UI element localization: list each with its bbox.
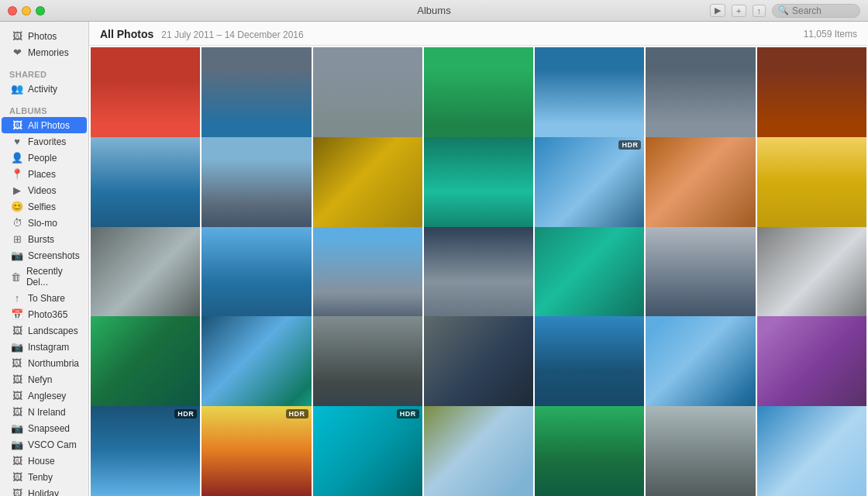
- photo365-icon: 📅: [11, 308, 23, 320]
- sidebar-item-favorites[interactable]: ♥ Favorites: [2, 133, 87, 150]
- activity-icon: 👥: [11, 83, 23, 95]
- sidebar-label-slo-mo: Slo-mo: [28, 218, 57, 229]
- app-body: 🖼 Photos ❤ Memories Shared 👥 Activity Al…: [0, 22, 868, 496]
- search-box[interactable]: 🔍: [772, 4, 860, 18]
- sidebar-item-recently-deleted[interactable]: 🗑 Recently Del...: [2, 264, 87, 290]
- sidebar-label-snapseed: Snapseed: [28, 423, 70, 434]
- hdr-badge-30: HDR: [286, 409, 308, 418]
- sidebar-item-tenby[interactable]: 🖼 Tenby: [2, 469, 87, 485]
- memories-icon: ❤: [11, 46, 23, 58]
- sidebar: 🖼 Photos ❤ Memories Shared 👥 Activity Al…: [0, 22, 89, 496]
- sidebar-item-photos-label: Photos: [28, 31, 57, 42]
- content-area: All Photos 21 July 2011 – 14 December 20…: [89, 22, 868, 496]
- sidebar-label-house: House: [28, 456, 55, 467]
- photo-grid: HDRHDRHDRHDR: [89, 46, 868, 496]
- minimize-button[interactable]: [22, 6, 31, 16]
- sidebar-item-nefyn[interactable]: 🖼 Nefyn: [2, 371, 87, 388]
- content-title: All Photos: [100, 28, 153, 40]
- sidebar-item-activity[interactable]: 👥 Activity: [2, 81, 87, 97]
- content-date-range: 21 July 2011 – 14 December 2016: [161, 29, 303, 40]
- nefyn-icon: 🖼: [11, 374, 23, 385]
- slo-mo-icon: ⏱: [11, 217, 23, 229]
- sidebar-label-tenby: Tenby: [28, 472, 53, 483]
- sidebar-label-holiday: Holiday: [28, 488, 59, 497]
- sidebar-item-snapseed[interactable]: 📷 Snapseed: [2, 420, 87, 436]
- sidebar-item-bursts[interactable]: ⊞ Bursts: [2, 231, 87, 247]
- search-input[interactable]: [792, 5, 854, 16]
- sidebar-label-recently-deleted: Recently Del...: [26, 266, 79, 288]
- sidebar-item-activity-label: Activity: [28, 84, 57, 95]
- shared-section-header: Shared: [0, 67, 88, 81]
- sidebar-item-places[interactable]: 📍 Places: [2, 166, 87, 182]
- play-button[interactable]: ▶: [710, 4, 725, 17]
- sidebar-label-people: People: [28, 153, 57, 164]
- sidebar-item-n-ireland[interactable]: 🖼 N Ireland: [2, 404, 87, 420]
- landscapes-icon: 🖼: [11, 325, 23, 336]
- maximize-button[interactable]: [36, 6, 45, 16]
- n-ireland-icon: 🖼: [11, 406, 23, 418]
- sidebar-item-vsco-cam[interactable]: 📷 VSCO Cam: [2, 436, 87, 453]
- close-button[interactable]: [8, 6, 17, 16]
- sidebar-label-northumbria: Northumbria: [28, 358, 79, 369]
- sidebar-item-videos[interactable]: ▶ Videos: [2, 182, 87, 198]
- sidebar-item-to-share[interactable]: ↑ To Share: [2, 290, 87, 306]
- photo-cell-34[interactable]: [646, 406, 755, 496]
- sidebar-label-landscapes: Landscapes: [28, 326, 78, 336]
- sidebar-item-photos[interactable]: 🖼 Photos: [2, 28, 87, 44]
- search-icon: 🔍: [778, 5, 789, 16]
- sidebar-label-videos: Videos: [28, 185, 56, 196]
- share-button[interactable]: ↑: [753, 5, 766, 17]
- content-count: 11,059 Items: [804, 29, 857, 40]
- sidebar-item-photo365[interactable]: 📅 Photo365: [2, 306, 87, 322]
- photo-cell-32[interactable]: [424, 406, 533, 496]
- holiday-icon: 🖼: [11, 487, 23, 496]
- videos-icon: ▶: [11, 184, 23, 196]
- sidebar-label-n-ireland: N Ireland: [28, 407, 66, 418]
- sidebar-item-anglesey[interactable]: 🖼 Anglesey: [2, 388, 87, 404]
- sidebar-item-all-photos[interactable]: 🖼 All Photos: [2, 117, 87, 133]
- hdr-badge-31: HDR: [397, 409, 419, 418]
- sidebar-label-photo365: Photo365: [28, 309, 67, 320]
- all-photos-icon: 🖼: [11, 119, 23, 131]
- sidebar-item-memories[interactable]: ❤ Memories: [2, 44, 87, 60]
- places-icon: 📍: [11, 168, 23, 180]
- sidebar-label-all-photos: All Photos: [28, 120, 70, 131]
- content-title-area: All Photos 21 July 2011 – 14 December 20…: [100, 28, 304, 40]
- sidebar-item-screenshots[interactable]: 📷 Screenshots: [2, 247, 87, 264]
- sidebar-item-slo-mo[interactable]: ⏱ Slo-mo: [2, 215, 87, 231]
- sidebar-item-holiday[interactable]: 🖼 Holiday: [2, 485, 87, 496]
- sidebar-item-instagram[interactable]: 📷 Instagram: [2, 339, 87, 355]
- photo-cell-35[interactable]: [757, 406, 866, 496]
- hdr-badge-29: HDR: [174, 409, 197, 418]
- sidebar-label-instagram: Instagram: [28, 342, 69, 353]
- sidebar-label-selfies: Selfies: [28, 202, 56, 212]
- sidebar-item-memories-label: Memories: [28, 47, 69, 58]
- sidebar-label-anglesey: Anglesey: [28, 391, 66, 401]
- photos-icon: 🖼: [11, 30, 23, 42]
- window-controls: [8, 6, 45, 16]
- sidebar-item-landscapes[interactable]: 🖼 Landscapes: [2, 322, 87, 339]
- photo-cell-31[interactable]: HDR: [313, 406, 422, 496]
- photo-cell-30[interactable]: HDR: [202, 406, 311, 496]
- sidebar-albums-list: 🖼 All Photos ♥ Favorites 👤 People 📍 Plac…: [0, 117, 88, 496]
- sidebar-label-vsco-cam: VSCO Cam: [28, 439, 77, 450]
- photo-cell-33[interactable]: [535, 406, 644, 496]
- people-icon: 👤: [11, 152, 23, 164]
- instagram-icon: 📷: [11, 341, 23, 353]
- sidebar-label-bursts: Bursts: [28, 234, 54, 245]
- sidebar-item-selfies[interactable]: 😊 Selfies: [2, 198, 87, 215]
- recently-deleted-icon: 🗑: [11, 271, 22, 283]
- sidebar-label-to-share: To Share: [28, 293, 65, 304]
- to-share-icon: ↑: [11, 292, 23, 304]
- northumbria-icon: 🖼: [11, 357, 23, 369]
- add-button[interactable]: +: [732, 5, 746, 17]
- sidebar-label-screenshots: Screenshots: [28, 250, 80, 261]
- bursts-icon: ⊞: [11, 233, 23, 245]
- photo-cell-29[interactable]: HDR: [91, 406, 200, 496]
- sidebar-label-places: Places: [28, 169, 56, 180]
- sidebar-label-favorites: Favorites: [28, 136, 66, 147]
- sidebar-item-house[interactable]: 🖼 House: [2, 453, 87, 469]
- titlebar: Albums ▶ + ↑ 🔍: [0, 0, 868, 22]
- sidebar-item-northumbria[interactable]: 🖼 Northumbria: [2, 355, 87, 371]
- sidebar-item-people[interactable]: 👤 People: [2, 150, 87, 166]
